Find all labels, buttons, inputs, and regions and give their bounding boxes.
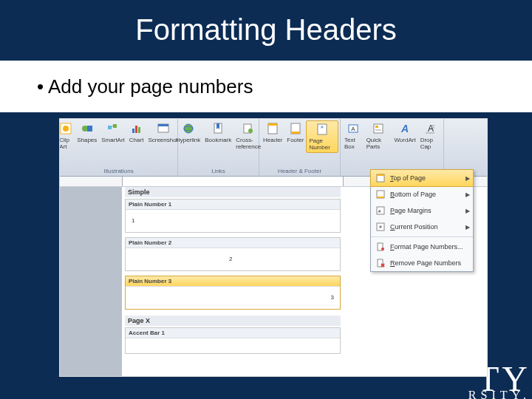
bottom-of-page-item[interactable]: Bottom of Page ▶: [371, 186, 473, 202]
svg-rect-4: [108, 126, 112, 129]
format-page-numbers-label: Format Page Numbers...: [390, 243, 463, 250]
top-of-page-label: Top of Page: [390, 174, 426, 182]
svg-text:A: A: [428, 123, 434, 134]
page-margins-item[interactable]: # Page Margins ▶: [371, 202, 473, 219]
page-margins-label: Page Margins: [390, 207, 432, 214]
hyperlink-icon: [182, 122, 195, 135]
svg-point-41: [381, 248, 384, 250]
headerfooter-group-label: Header & Footer: [278, 168, 321, 176]
dropcap-button[interactable]: A Drop Cap: [418, 120, 442, 151]
bookmark-button[interactable]: Bookmark: [202, 120, 233, 151]
wordart-label: WordArt: [394, 137, 415, 143]
shapes-button[interactable]: Shapes: [75, 120, 99, 151]
submenu-arrow-icon: ▶: [466, 224, 470, 231]
submenu-arrow-icon: ▶: [466, 175, 470, 182]
svg-rect-19: [291, 132, 300, 134]
gallery-section-pagex: Page X: [125, 316, 341, 326]
quickparts-button[interactable]: Quick Parts: [364, 120, 392, 151]
quickparts-icon: [372, 122, 385, 135]
dropdown-separator: [371, 236, 473, 237]
remove-page-numbers-item[interactable]: Remove Page Numbers: [371, 255, 473, 271]
wordart-icon: A: [398, 122, 412, 135]
svg-rect-35: [377, 197, 384, 198]
gallery-item-label: Accent Bar 1: [126, 328, 340, 338]
header-icon: [266, 122, 279, 135]
current-position-label: Current Position: [390, 223, 438, 231]
svg-point-15: [248, 129, 253, 133]
watermark-small: RSITY.: [468, 389, 531, 399]
chart-icon: [130, 122, 143, 135]
gallery-item-label: Plain Number 1: [126, 200, 340, 210]
ribbon: Clip Art Shapes SmartArt Chart Screensho…: [60, 119, 487, 177]
smartart-icon: [106, 122, 120, 135]
wordart-button[interactable]: A WordArt: [392, 120, 417, 151]
header-label: Header: [263, 137, 282, 143]
chart-label: Chart: [129, 137, 144, 143]
remove-icon: [375, 258, 386, 268]
svg-text:A: A: [400, 123, 409, 134]
svg-rect-25: [375, 126, 378, 128]
page-margins-icon: #: [375, 205, 386, 216]
dropcap-icon: A: [423, 122, 437, 135]
svg-point-11: [184, 124, 193, 133]
clipart-button[interactable]: Clip Art: [59, 120, 75, 151]
hyperlink-label: Hyperlink: [176, 137, 200, 143]
current-position-icon: #: [375, 222, 386, 232]
svg-rect-7: [135, 126, 137, 133]
pagenumber-icon: #: [316, 123, 329, 136]
gallery-item-label: Plain Number 2: [126, 238, 340, 248]
shapes-label: Shapes: [77, 137, 97, 143]
footer-icon: [289, 122, 302, 135]
submenu-arrow-icon: ▶: [466, 208, 470, 214]
svg-point-2: [82, 126, 88, 132]
svg-point-1: [63, 126, 69, 132]
current-position-item[interactable]: # Current Position ▶: [371, 219, 473, 235]
svg-rect-10: [158, 124, 168, 126]
svg-rect-5: [113, 124, 117, 128]
textbox-button[interactable]: A Text Box: [342, 120, 364, 151]
svg-text:A: A: [351, 126, 355, 132]
smartart-label: SmartArt: [101, 137, 125, 143]
submenu-arrow-icon: ▶: [466, 191, 470, 198]
bookmark-icon: [211, 122, 225, 135]
word-screenshot: Clip Art Shapes SmartArt Chart Screensho…: [59, 118, 488, 377]
crossref-label: Cross-reference: [236, 137, 261, 150]
hyperlink-button[interactable]: Hyperlink: [174, 120, 202, 151]
svg-rect-6: [132, 129, 134, 133]
top-of-page-icon: [375, 173, 386, 183]
gallery-item-plain3[interactable]: Plain Number 3 3: [125, 276, 341, 310]
bullet-text: Add your page numbers: [0, 75, 253, 98]
chart-button[interactable]: Chart: [127, 120, 146, 151]
bookmark-label: Bookmark: [205, 137, 231, 143]
gallery-item-plain2[interactable]: Plain Number 2 2: [125, 237, 341, 271]
pagenumber-button[interactable]: # Page Number: [306, 120, 338, 153]
crossref-icon: [242, 122, 255, 135]
format-page-numbers-item[interactable]: Format Page Numbers...: [371, 239, 473, 255]
gallery-item-accent1[interactable]: Accent Bar 1: [125, 327, 341, 354]
svg-rect-24: [374, 124, 383, 133]
links-group-label: Links: [211, 168, 225, 176]
svg-rect-8: [138, 127, 140, 133]
pagenumber-dropdown: Top of Page ▶ Bottom of Page ▶ # Page Ma…: [370, 169, 474, 272]
svg-rect-26: [375, 129, 381, 131]
gallery-item-label: Plain Number 3: [126, 276, 340, 287]
gallery-item-plain1[interactable]: Plain Number 1 1: [125, 199, 341, 233]
svg-rect-3: [87, 126, 92, 132]
smartart-button[interactable]: SmartArt: [99, 120, 127, 151]
format-icon: [375, 242, 386, 252]
pagenumber-label: Page Number: [309, 137, 335, 151]
svg-rect-17: [268, 123, 277, 126]
remove-page-numbers-label: Remove Page Numbers: [390, 259, 461, 267]
shapes-icon: [81, 122, 94, 135]
footer-button[interactable]: Footer: [284, 120, 306, 153]
quickparts-label: Quick Parts: [366, 137, 390, 150]
bottom-of-page-label: Bottom of Page: [390, 191, 436, 198]
textbox-label: Text Box: [344, 137, 362, 150]
header-button[interactable]: Header: [261, 120, 284, 153]
illustrations-group-label: Illustrations: [103, 168, 133, 176]
clipart-label: Clip Art: [59, 137, 72, 150]
top-of-page-item[interactable]: Top of Page ▶: [370, 169, 474, 187]
screenshot-icon: [157, 122, 170, 135]
textbox-icon: A: [347, 122, 360, 135]
gallery-section-title: Simple: [125, 187, 341, 197]
